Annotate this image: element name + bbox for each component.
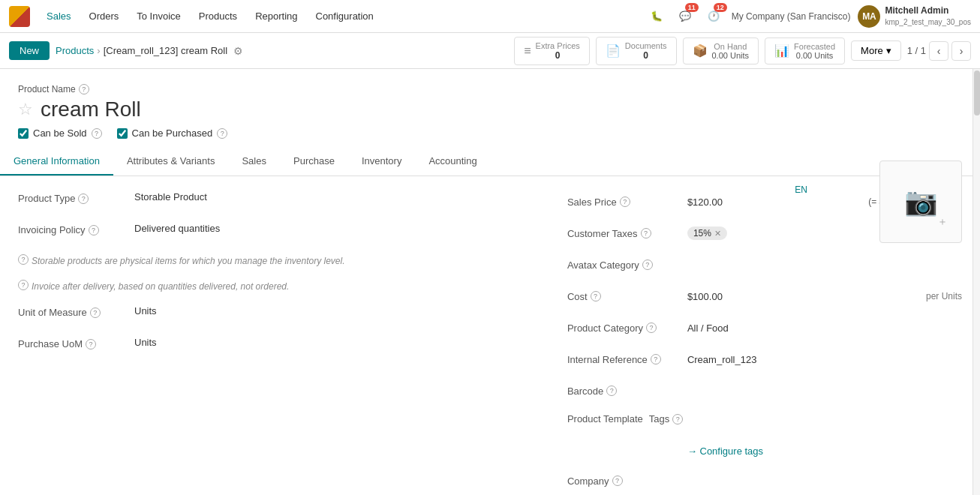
cost-row: Cost ? $100.00 per Units — [567, 286, 962, 307]
extra-prices-button[interactable]: ≡ Extra Prices 0 — [514, 37, 590, 65]
can-be-sold-input[interactable] — [18, 128, 29, 139]
tab-general-information[interactable]: General Information — [0, 148, 113, 176]
chat-icon-btn[interactable]: 💬 11 — [675, 6, 696, 27]
tab-accounting[interactable]: Accounting — [415, 148, 490, 176]
note2-help[interactable]: ? — [18, 280, 29, 290]
invoicing-policy-value[interactable]: Delivered quantities — [134, 223, 537, 234]
form-header: Product Name ? ☆ cream Roll EN 📷 ＋ Can b… — [0, 69, 980, 139]
chevron-down-icon: ▾ — [886, 45, 891, 56]
avatax-category-row: Avatax Category ? — [567, 254, 962, 275]
nav-to-invoice[interactable]: To Invoice — [129, 8, 188, 25]
user-name: Mitchell Admin — [885, 5, 971, 17]
camera-plus-icon: ＋ — [937, 215, 948, 229]
cost-value[interactable]: $100.00 — [687, 291, 921, 302]
app-logo[interactable] — [9, 6, 30, 27]
product-category-value[interactable]: All / Food — [687, 322, 962, 334]
product-template-tags-help[interactable]: ? — [672, 414, 683, 424]
pager-prev-button[interactable]: ‹ — [929, 41, 948, 61]
on-hand-value: 0.00 Units — [712, 51, 750, 60]
company-name[interactable]: My Company (San Francisco) — [732, 11, 851, 22]
barcode-help[interactable]: ? — [606, 386, 617, 396]
note1-text: Storable products are physical items for… — [32, 254, 537, 266]
documents-button[interactable]: 📄 Documents 0 — [596, 37, 677, 65]
internal-reference-help[interactable]: ? — [651, 354, 661, 364]
note2-row: ? Invoice after delivery, based on quant… — [18, 280, 537, 301]
product-type-value[interactable]: Storable Product — [134, 191, 537, 202]
note1-help[interactable]: ? — [18, 254, 29, 265]
nav-configuration[interactable]: Configuration — [308, 8, 381, 25]
nav-products[interactable]: Products — [191, 8, 245, 25]
product-name-help-icon[interactable]: ? — [79, 84, 89, 94]
purchase-uom-help[interactable]: ? — [86, 339, 96, 350]
tab-purchase[interactable]: Purchase — [280, 148, 348, 176]
configure-tags-link[interactable]: → Configure tags — [687, 446, 763, 457]
barcode-row: Barcode ? — [567, 380, 962, 401]
tab-sales[interactable]: Sales — [228, 148, 280, 176]
tab-inventory[interactable]: Inventory — [348, 148, 415, 176]
product-type-help[interactable]: ? — [78, 194, 89, 204]
favorite-icon[interactable]: ☆ — [18, 100, 33, 119]
avatax-category-label: Avatax Category ? — [567, 260, 687, 271]
scrollbar-track[interactable] — [972, 69, 980, 495]
on-hand-button[interactable]: 📦 On Hand 0.00 Units — [683, 38, 759, 64]
sales-price-help[interactable]: ? — [620, 196, 630, 207]
pager-next-button[interactable]: › — [951, 41, 971, 61]
settings-icon[interactable]: ⚙ — [233, 45, 243, 57]
list-icon: ≡ — [524, 44, 531, 58]
pager-text: 1 / 1 — [907, 45, 926, 56]
cost-unit: per Units — [926, 291, 962, 302]
can-be-purchased-help[interactable]: ? — [217, 128, 227, 139]
activity-icon-btn[interactable]: 🕐 12 — [703, 6, 724, 27]
documents-count: 0 — [625, 50, 667, 61]
cost-label: Cost ? — [567, 291, 687, 302]
new-button[interactable]: New — [9, 41, 50, 60]
bug-icon: 🐛 — [651, 10, 663, 22]
avatax-category-help[interactable]: ? — [642, 260, 653, 270]
product-name-row: ☆ cream Roll — [18, 98, 962, 122]
bug-icon-btn[interactable]: 🐛 — [646, 6, 667, 27]
product-category-label: Product Category ? — [567, 322, 687, 334]
product-template-tags-label: Product TemplateTags ? — [567, 412, 687, 424]
top-navigation: Sales Orders To Invoice Products Reporti… — [0, 0, 980, 33]
scrollbar-thumb[interactable] — [974, 70, 980, 116]
internal-reference-value[interactable]: Cream_roll_123 — [687, 354, 962, 365]
can-be-purchased-input[interactable] — [117, 128, 128, 139]
note2-text: Invoice after delivery, based on quantit… — [32, 280, 537, 292]
chart-icon: 📊 — [774, 44, 789, 58]
checkboxes-row: Can be Sold ? Can be Purchased ? — [18, 128, 962, 139]
invoicing-policy-label: Invoicing Policy ? — [18, 223, 134, 236]
sales-price-value[interactable]: $120.00 — [687, 196, 864, 208]
forecasted-button[interactable]: 📊 Forecasted 0.00 Units — [765, 38, 845, 64]
can-be-sold-help[interactable]: ? — [92, 128, 102, 139]
left-column: Product Type ? Storable Product Invoicin… — [18, 191, 537, 495]
user-menu[interactable]: MA Mitchell Admin kmp_2_test_may_30_pos — [858, 5, 971, 28]
nav-sales[interactable]: Sales — [39, 8, 79, 25]
can-be-sold-checkbox[interactable]: Can be Sold ? — [18, 128, 102, 139]
uom-help[interactable]: ? — [90, 308, 101, 318]
cost-help[interactable]: ? — [591, 291, 601, 302]
company-row: Company ? — [567, 470, 962, 491]
language-badge[interactable]: EN — [795, 184, 807, 195]
tax-badge-value: 15% — [693, 228, 711, 238]
product-name[interactable]: cream Roll — [41, 98, 141, 122]
more-button[interactable]: More ▾ — [851, 40, 901, 61]
product-image[interactable]: 📷 ＋ — [879, 160, 962, 243]
on-hand-label: On Hand — [712, 42, 750, 51]
company-help[interactable]: ? — [612, 476, 623, 486]
customer-taxes-help[interactable]: ? — [641, 228, 651, 238]
nav-orders[interactable]: Orders — [82, 8, 127, 25]
nav-reporting[interactable]: Reporting — [248, 8, 305, 25]
camera-icon: 📷 — [904, 186, 938, 218]
clock-icon: 🕐 — [708, 10, 720, 22]
tab-attributes-variants[interactable]: Attributes & Variants — [113, 148, 229, 176]
invoicing-policy-help[interactable]: ? — [89, 225, 99, 236]
tax-badge-remove[interactable]: ✕ — [714, 229, 721, 238]
breadcrumb-parent[interactable]: Products — [56, 45, 94, 56]
can-be-purchased-checkbox[interactable]: Can be Purchased ? — [117, 128, 228, 139]
product-category-help[interactable]: ? — [646, 322, 657, 333]
box-icon: 📦 — [693, 44, 708, 58]
uom-value[interactable]: Units — [134, 305, 537, 316]
form-body: Product Type ? Storable Product Invoicin… — [0, 176, 980, 495]
user-pos: kmp_2_test_may_30_pos — [885, 17, 971, 27]
purchase-uom-value[interactable]: Units — [134, 337, 537, 348]
